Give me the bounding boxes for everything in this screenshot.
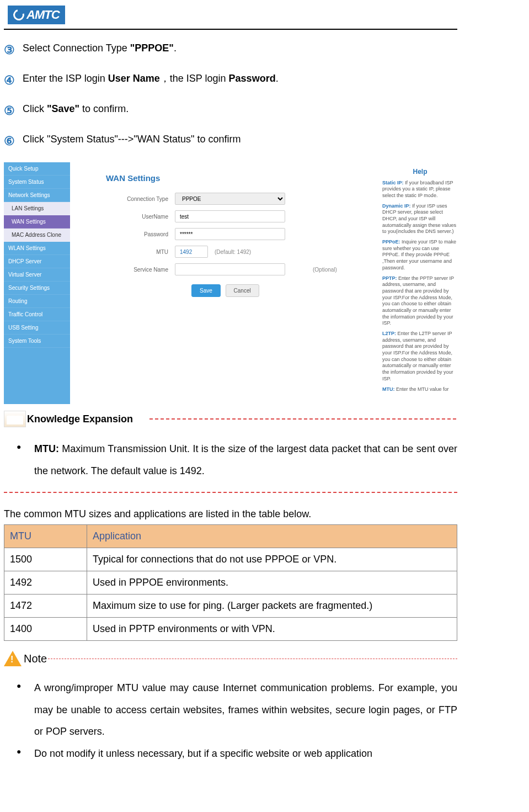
step-number: ③ — [4, 41, 15, 59]
help-panel: Help Static IP: If your broadband ISP pr… — [379, 162, 461, 404]
service-name-input[interactable] — [175, 263, 285, 275]
sidebar-item[interactable]: Virtual Server — [4, 268, 70, 282]
sidebar-item[interactable]: Network Settings — [4, 189, 70, 202]
note-header: Note — [4, 651, 457, 666]
table-caption: The common MTU sizes and applications ar… — [4, 508, 457, 520]
sidebar-item[interactable]: LAN Settings — [4, 202, 70, 215]
cancel-button[interactable]: Cancel — [226, 284, 259, 297]
sidebar-item[interactable]: USB Setting — [4, 321, 70, 335]
table-row: 1400Used in PPTP environments or with VP… — [4, 618, 457, 641]
page-header: AMTC — [4, 0, 457, 30]
sidebar-item[interactable]: WLAN Settings — [4, 242, 70, 255]
password-input[interactable] — [175, 228, 285, 240]
note-bullets: A wrong/improper MTU value may cause Int… — [22, 677, 457, 765]
mtu-table: MTU Application 1500Typical for connecti… — [4, 524, 457, 641]
mtu-default: (Default: 1492) — [215, 249, 251, 255]
step-6: ⑥ Click "System Status"--->"WAN Status" … — [4, 132, 457, 150]
knowledge-title: Knowledge Expansion — [27, 413, 133, 425]
note-item: Do not modify it unless necessary, but i… — [22, 743, 457, 765]
sidebar-item[interactable]: System Status — [4, 176, 70, 189]
book-icon — [4, 411, 26, 427]
table-header-row: MTU Application — [4, 525, 457, 548]
dashed-rule — [48, 659, 457, 659]
sidebar-item[interactable]: MAC Address Clone — [4, 229, 70, 242]
field-label: Connection Type — [81, 196, 175, 202]
sidebar-item[interactable]: DHCP Server — [4, 255, 70, 268]
note-label: Note — [24, 652, 47, 665]
table-header: Application — [87, 525, 457, 548]
instruction-list: ③ Select Connection Type "PPPOE". ④ Ente… — [4, 41, 457, 150]
field-label: MTU — [81, 249, 175, 255]
panel-title: WAN Settings — [106, 173, 368, 183]
sidebar-item[interactable]: Routing — [4, 295, 70, 308]
field-label: UserName — [81, 214, 175, 220]
field-label: Password — [81, 231, 175, 237]
step-number: ⑤ — [4, 102, 15, 120]
username-input[interactable] — [175, 210, 285, 222]
connection-type-select[interactable]: PPPOE — [175, 193, 285, 205]
sidebar-item[interactable]: Quick Setup — [4, 162, 70, 176]
knowledge-expansion-header: Knowledge Expansion — [4, 411, 457, 427]
step-3: ③ Select Connection Type "PPPOE". — [4, 41, 457, 59]
sidebar-item[interactable]: Traffic Control — [4, 308, 70, 321]
table-row: 1500Typical for connections that do not … — [4, 548, 457, 571]
step-number: ④ — [4, 71, 15, 89]
save-button[interactable]: Save — [191, 284, 221, 297]
sidebar: Quick Setup System Status Network Settin… — [4, 162, 70, 404]
sidebar-item[interactable]: System Tools — [4, 335, 70, 348]
table-row: 1492Used in PPPOE environments. — [4, 571, 457, 595]
dashed-rule — [149, 418, 456, 420]
mtu-input[interactable] — [175, 246, 208, 258]
step-number: ⑥ — [4, 132, 15, 150]
table-header: MTU — [4, 525, 87, 548]
logo-icon — [11, 7, 26, 22]
field-label: Service Name — [81, 267, 175, 273]
mtu-definition: MTU: Maximum Transmission Unit. It is th… — [22, 438, 457, 482]
optional-label: (Optional) — [313, 267, 337, 273]
logo-text: AMTC — [26, 8, 60, 22]
help-title: Help — [382, 168, 458, 177]
step-5: ⑤ Click "Save" to confirm. — [4, 102, 457, 120]
note-item: A wrong/improper MTU value may cause Int… — [22, 677, 457, 743]
router-ui-screenshot: Quick Setup System Status Network Settin… — [4, 162, 461, 404]
step-4: ④ Enter the ISP login User Name，the ISP … — [4, 71, 457, 89]
brand-logo: AMTC — [8, 6, 65, 24]
sidebar-item-active[interactable]: WAN Settings — [4, 215, 70, 229]
sidebar-item[interactable]: Security Settings — [4, 282, 70, 295]
dashed-separator — [4, 492, 457, 493]
settings-panel: WAN Settings Connection Type PPPOE UserN… — [70, 162, 379, 404]
document-body: ③ Select Connection Type "PPPOE". ④ Ente… — [0, 30, 529, 765]
table-row: 1472Maximum size to use for ping. (Large… — [4, 595, 457, 618]
warning-icon — [4, 651, 22, 666]
knowledge-bullets: MTU: Maximum Transmission Unit. It is th… — [22, 438, 457, 482]
